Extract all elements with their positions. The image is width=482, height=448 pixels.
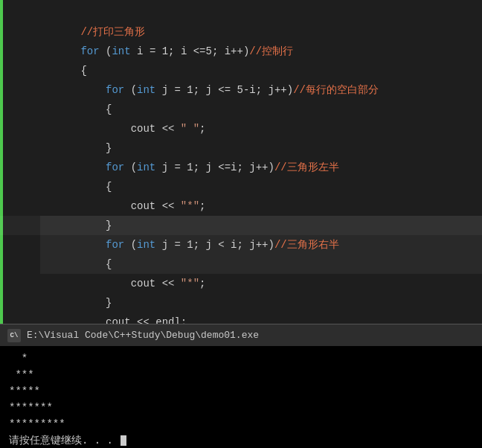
- code-line-3: {: [0, 42, 482, 61]
- code-line-11: }: [0, 196, 482, 216]
- terminal-output-line-5: *********: [9, 416, 473, 432]
- terminal-prompt: 请按任意键继续. . .: [9, 432, 473, 448]
- code-line-6: cout << " ";: [0, 100, 482, 119]
- terminal-titlebar: C\ E:\Visual Code\C++Study\Debug\demo01.…: [0, 324, 482, 346]
- code-content-17: }: [40, 313, 482, 324]
- code-editor[interactable]: //打印三角形 for (int i = 1; i <=5; i++)//控制行…: [0, 0, 482, 324]
- terminal-output-line-4: *******: [9, 400, 473, 416]
- terminal-output-line-2: ***: [9, 367, 473, 383]
- code-line-15: }: [0, 274, 482, 293]
- code-line-1: //打印三角形: [0, 3, 482, 22]
- code-line-8: for (int j = 1; j <=i; j++)//三角形左半: [0, 138, 482, 158]
- code-line-14: cout << "*";: [0, 255, 482, 274]
- code-line-7: }: [0, 119, 482, 138]
- terminal-output-line-1: *: [9, 351, 473, 367]
- terminal-output-line-3: *****: [9, 383, 473, 400]
- code-line-12: for (int j = 1; j < i; j++)//三角形右半: [0, 216, 482, 235]
- code-line-13: {: [0, 235, 482, 255]
- terminal-content: * *** ***** ******* ********* 请按任意键继续. .…: [0, 346, 482, 448]
- terminal-title: E:\Visual Code\C++Study\Debug\demo01.exe: [27, 330, 259, 341]
- code-line-17: }: [0, 313, 482, 324]
- terminal-cursor: [120, 435, 126, 446]
- code-line-4: for (int j = 1; j <= 5-i; j++)//每行的空白部分: [0, 61, 482, 80]
- terminal-icon: C\: [7, 329, 21, 342]
- code-line-16: cout << endl;: [0, 293, 482, 313]
- code-line-2: for (int i = 1; i <=5; i++)//控制行: [0, 22, 482, 42]
- code-line-9: {: [0, 158, 482, 177]
- code-line-5: {: [0, 80, 482, 100]
- code-line-10: cout << "*";: [0, 177, 482, 196]
- terminal-area: C\ E:\Visual Code\C++Study\Debug\demo01.…: [0, 324, 482, 448]
